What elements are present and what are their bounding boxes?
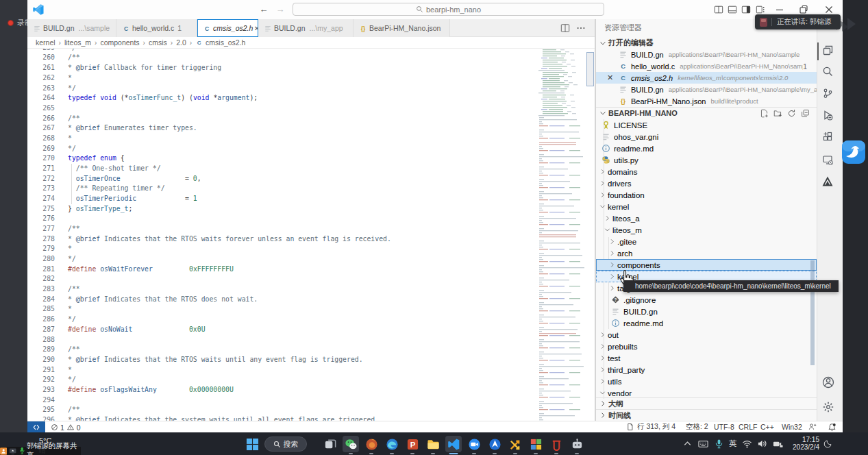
tab-close-icon[interactable]: ✕ [253, 25, 258, 32]
breadcrumb-item[interactable]: kernel [36, 38, 55, 47]
new-folder-button[interactable] [773, 109, 782, 118]
feedback-icon[interactable] [808, 421, 817, 432]
taskbar-app-photos[interactable] [528, 436, 544, 452]
tree-item-BUILD.gn[interactable]: BUILD.gn [596, 306, 817, 317]
language-mode-button[interactable]: C++ [760, 421, 774, 432]
tree-item-kernel[interactable]: kernel [596, 201, 817, 212]
cursor-position-button[interactable]: 行 313, 列 4 [637, 421, 675, 432]
tree-item-utils.py[interactable]: utils.py [596, 154, 817, 166]
open-editors-section-header[interactable]: 打开的编辑器 [596, 37, 817, 49]
taskbar-app-edge[interactable] [384, 436, 400, 452]
do-not-disturb-moon-icon[interactable] [823, 439, 832, 448]
taskbar-app-robot[interactable] [569, 436, 585, 452]
extensions-icon[interactable] [822, 131, 834, 143]
sidebar-scrollbar[interactable] [810, 260, 815, 365]
restore-button[interactable] [798, 4, 809, 15]
tree-item-.gitignore[interactable]: ?.gitignore [596, 294, 817, 306]
run-debug-icon[interactable] [822, 110, 834, 122]
notifications-bell-icon[interactable] [828, 421, 836, 432]
speaker-icon[interactable] [757, 439, 767, 449]
breadcrumb-file[interactable]: Ccmsis_os2.h [195, 38, 245, 47]
breadcrumb[interactable]: kernel›liteos_m›components›cmsis›2.0›Ccm… [27, 37, 595, 49]
more-actions-button[interactable] [576, 23, 586, 33]
tree-item-.gitee[interactable]: .gitee [596, 236, 817, 247]
ime-indicator[interactable]: 英 [729, 439, 737, 449]
taskbar-app-powerpoint[interactable]: P [404, 436, 421, 452]
taskbar-app-explorer[interactable] [425, 436, 441, 452]
nav-back-button[interactable]: ← [258, 3, 270, 16]
notebook-icon[interactable] [626, 421, 634, 432]
tab-cmsis_os2.h[interactable]: Ccmsis_os2.h✕ [197, 19, 258, 37]
taskbar-app-blueapp[interactable] [486, 436, 503, 452]
timeline-section-header[interactable]: 时间线 [596, 409, 817, 421]
tree-item-third_party[interactable]: third_party [596, 364, 817, 376]
tree-item-readme.md[interactable]: readme.md [596, 143, 817, 154]
close-editor-icon[interactable]: ✕ [607, 73, 615, 82]
command-center-search[interactable]: bearpi-hm_nano [293, 3, 604, 16]
code-editor[interactable]: 259*/260/**261* @brief Callback for time… [27, 49, 595, 421]
problems-button[interactable]: 1 0 [51, 421, 81, 433]
layout-split-icon[interactable] [714, 5, 723, 14]
tree-item-foundation[interactable]: foundation [596, 189, 817, 201]
remote-explorer-icon[interactable] [822, 154, 834, 167]
settings-icon[interactable] [822, 401, 834, 413]
tab-hello_world.c[interactable]: Chello_world.c1 [116, 19, 197, 37]
account-icon[interactable] [822, 376, 834, 389]
touch-keyboard-icon[interactable] [697, 439, 709, 449]
platform-button[interactable]: Win32 [782, 421, 802, 432]
indentation-button[interactable]: 空格: 2 [686, 421, 708, 432]
deveco-icon[interactable] [822, 176, 834, 188]
layout-panel-icon[interactable] [728, 5, 737, 14]
tray-expand-icon[interactable] [682, 439, 693, 449]
open-editor-item-BUILD.gn[interactable]: BUILD.gnapplications\BearPi\BearPi-HM_Na… [596, 84, 817, 95]
meeting-floating-widget-icon[interactable] [841, 138, 866, 164]
outline-section-header[interactable]: 大纲 [596, 397, 817, 409]
tree-item-out[interactable]: out [596, 329, 817, 341]
nav-forward-button[interactable]: → [274, 3, 286, 16]
folder-section-header[interactable]: BEARPI-HM_NANO [596, 107, 817, 119]
search-icon[interactable] [822, 66, 834, 78]
tree-item-prebuilts[interactable]: prebuilts [596, 341, 817, 352]
taskbar-app-taskview[interactable] [322, 436, 338, 452]
minimap[interactable] [538, 49, 586, 421]
open-editor-item-BUILD.gn[interactable]: BUILD.gnapplications\BearPi\BearPi-HM_Na… [596, 49, 817, 60]
layout-sidebar-right-icon[interactable] [741, 5, 751, 14]
encoding-button[interactable]: UTF-8 [714, 421, 734, 432]
breadcrumb-item[interactable]: 2.0 [176, 38, 186, 47]
tree-item-ohos_var.gni[interactable]: ohos_var.gni [596, 131, 817, 143]
taskbar-app-arrows[interactable] [507, 436, 523, 452]
tree-item-arch[interactable]: arch [596, 247, 817, 259]
wifi-icon[interactable] [742, 439, 752, 449]
open-editor-item-BearPi-HM_Nano.json[interactable]: {}BearPi-HM_Nano.jsonbuild\lite\product [596, 95, 817, 107]
explorer-icon[interactable] [822, 45, 834, 57]
tree-item-domains[interactable]: domains [596, 166, 817, 177]
tree-item-LICENSE[interactable]: LICENSE [596, 119, 817, 131]
tree-item-test[interactable]: test [596, 352, 817, 364]
split-editor-button[interactable] [560, 23, 570, 33]
collapse-folders-button[interactable] [801, 109, 810, 118]
tree-item-liteos_m[interactable]: liteos_m [596, 224, 817, 236]
tab-BearPi-HM_Nano.json[interactable]: {}BearPi-HM_Nano.json [354, 19, 450, 37]
camera-battery-icon[interactable] [772, 439, 784, 449]
taskbar-search[interactable]: 搜索 [264, 436, 307, 452]
taskbar-app-firefox[interactable] [363, 436, 380, 452]
source-control-icon[interactable] [822, 88, 834, 100]
open-editor-item-cmsis_os2.h[interactable]: ✕Ccmsis_os2.hkernel\liteos_m\components\… [596, 72, 817, 84]
breadcrumb-item[interactable]: liteos_m [64, 38, 91, 47]
microphone-icon[interactable] [714, 439, 724, 449]
refresh-button[interactable] [787, 109, 796, 118]
open-editor-item-hello_world.c[interactable]: Chello_world.capplications\BearPi\BearPi… [596, 60, 817, 72]
tab-BUILD.gn[interactable]: BUILD.gn...\sample [27, 19, 116, 37]
tree-item-utils[interactable]: utils [596, 376, 817, 387]
taskbar-clock[interactable]: 17:15 2023/2/4 [789, 436, 819, 451]
breadcrumb-item[interactable]: components [100, 38, 139, 47]
layout-customize-icon[interactable] [756, 5, 765, 14]
editor-scrollbar[interactable] [586, 52, 594, 86]
taskbar-app-redapp[interactable] [548, 436, 565, 452]
remote-indicator-button[interactable] [27, 421, 45, 433]
breadcrumb-item[interactable]: cmsis [149, 38, 167, 47]
new-file-button[interactable] [760, 109, 769, 118]
close-window-button[interactable] [823, 4, 834, 15]
minimize-button[interactable] [774, 4, 785, 15]
taskbar-app-meeting[interactable] [466, 436, 482, 452]
